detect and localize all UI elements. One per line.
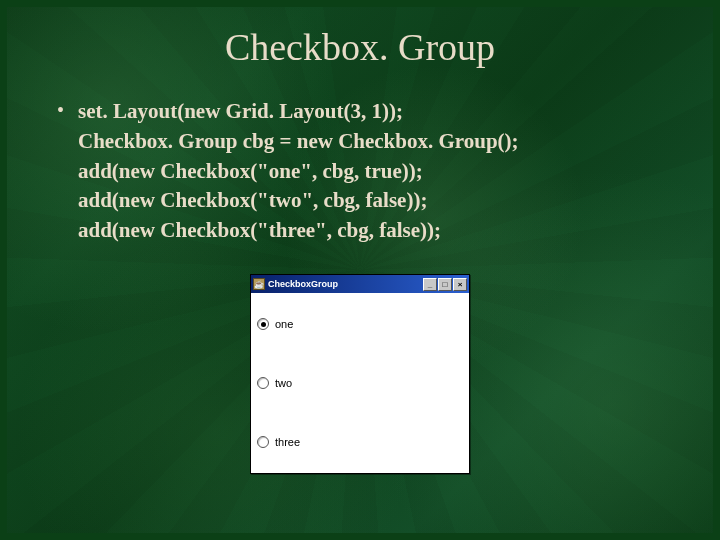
radio-icon	[257, 436, 269, 448]
radio-label: one	[275, 318, 293, 330]
window-container: ☕ CheckboxGroup _ □ × one two	[47, 274, 673, 474]
radio-one[interactable]: one	[253, 295, 467, 354]
slide-title: Checkbox. Group	[47, 25, 673, 69]
bullet-row: • set. Layout(new Grid. Layout(3, 1)); C…	[57, 97, 673, 246]
radio-icon	[257, 377, 269, 389]
window-controls: _ □ ×	[423, 278, 467, 291]
close-button[interactable]: ×	[453, 278, 467, 291]
code-line-4: add(new Checkbox("two", cbg, false));	[78, 186, 519, 216]
radio-two[interactable]: two	[253, 354, 467, 413]
code-line-3: add(new Checkbox("one", cbg, true));	[78, 157, 519, 187]
code-line-5: add(new Checkbox("three", cbg, false));	[78, 216, 519, 246]
slide: Checkbox. Group • set. Layout(new Grid. …	[7, 7, 713, 474]
maximize-button[interactable]: □	[438, 278, 452, 291]
window-titlebar[interactable]: ☕ CheckboxGroup _ □ ×	[251, 275, 469, 293]
code-line-2: Checkbox. Group cbg = new Checkbox. Grou…	[78, 127, 519, 157]
code-block: set. Layout(new Grid. Layout(3, 1)); Che…	[78, 97, 519, 246]
coffee-icon: ☕	[253, 278, 265, 290]
window-client-area: one two three	[251, 293, 469, 473]
radio-three[interactable]: three	[253, 412, 467, 471]
bullet-icon: •	[57, 97, 64, 123]
code-line-1: set. Layout(new Grid. Layout(3, 1));	[78, 97, 519, 127]
radio-label: two	[275, 377, 292, 389]
radio-dot-icon	[261, 322, 266, 327]
radio-label: three	[275, 436, 300, 448]
app-window: ☕ CheckboxGroup _ □ × one two	[250, 274, 470, 474]
window-title: CheckboxGroup	[268, 280, 420, 289]
minimize-button[interactable]: _	[423, 278, 437, 291]
radio-icon	[257, 318, 269, 330]
